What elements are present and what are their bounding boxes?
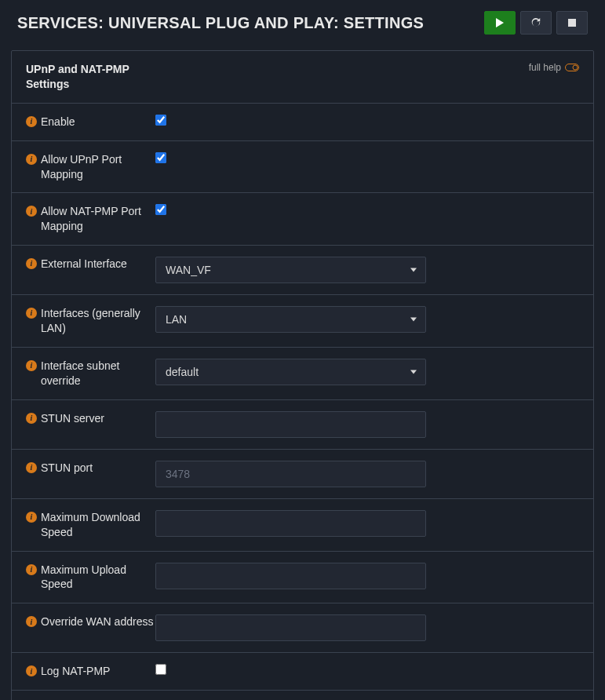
row-interfaces: iInterfaces (generally LAN) LAN — [12, 295, 593, 348]
svg-point-2 — [573, 65, 578, 70]
info-icon[interactable]: i — [26, 360, 37, 371]
max-download-input[interactable] — [155, 510, 426, 537]
label-subnet-override: Interface subnet override — [41, 359, 155, 388]
page-header: SERVICES: UNIVERSAL PLUG AND PLAY: SETTI… — [0, 0, 605, 46]
stop-service-button[interactable] — [556, 11, 588, 35]
override-wan-input[interactable] — [155, 614, 426, 641]
row-allow-natpmp: iAllow NAT-PMP Port Mapping — [12, 193, 593, 246]
row-stun-server: iSTUN server — [12, 400, 593, 450]
info-icon[interactable]: i — [26, 116, 37, 127]
max-upload-input[interactable] — [155, 563, 426, 589]
stop-icon — [568, 19, 576, 27]
info-icon[interactable]: i — [26, 564, 37, 575]
label-stun-server: STUN server — [41, 411, 104, 426]
row-stun-port: iSTUN port — [12, 450, 593, 499]
info-icon[interactable]: i — [26, 462, 37, 473]
info-icon[interactable]: i — [26, 206, 37, 217]
label-override-wan: Override WAN address — [41, 614, 153, 629]
play-icon — [495, 17, 505, 28]
svg-rect-0 — [568, 19, 576, 27]
page-title: SERVICES: UNIVERSAL PLUG AND PLAY: SETTI… — [17, 14, 424, 32]
info-icon[interactable]: i — [26, 154, 37, 165]
full-help-label: full help — [529, 62, 561, 73]
label-allow-upnp: Allow UPnP Port Mapping — [41, 152, 155, 182]
label-allow-natpmp: Allow NAT-PMP Port Mapping — [41, 204, 155, 234]
info-icon[interactable]: i — [26, 512, 37, 523]
row-subnet-override: iInterface subnet override default — [12, 348, 593, 400]
info-icon[interactable]: i — [26, 308, 37, 319]
info-icon[interactable]: i — [26, 413, 37, 424]
label-stun-port: STUN port — [41, 461, 93, 476]
row-enable: iEnable — [12, 104, 593, 141]
settings-panel: UPnP and NAT-PMP Settings full help iEna… — [11, 50, 594, 700]
row-override-wan: iOverride WAN address — [12, 603, 593, 653]
stun-port-input[interactable] — [155, 461, 426, 487]
row-max-download: iMaximum Download Speed — [12, 499, 593, 552]
external-interface-select[interactable]: WAN_VF — [155, 257, 426, 283]
full-help-toggle[interactable]: full help — [529, 62, 579, 73]
enable-checkbox[interactable] — [155, 115, 166, 126]
row-use-system-time: iUse system time — [12, 691, 593, 700]
info-icon[interactable]: i — [26, 665, 37, 676]
restart-service-button[interactable] — [520, 11, 552, 35]
panel-title: UPnP and NAT-PMP Settings — [26, 62, 151, 92]
stun-server-input[interactable] — [155, 411, 426, 438]
allow-natpmp-checkbox[interactable] — [155, 204, 166, 215]
row-allow-upnp: iAllow UPnP Port Mapping — [12, 141, 593, 194]
start-service-button[interactable] — [484, 11, 516, 35]
allow-upnp-checkbox[interactable] — [155, 152, 166, 163]
header-actions — [484, 11, 588, 35]
row-max-upload: iMaximum Upload Speed — [12, 552, 593, 604]
row-log-natpmp: iLog NAT-PMP — [12, 653, 593, 691]
row-external-interface: iExternal Interface WAN_VF — [12, 246, 593, 295]
panel-header: UPnP and NAT-PMP Settings full help — [12, 51, 593, 104]
toggle-icon — [565, 64, 579, 71]
svg-rect-1 — [566, 64, 579, 71]
log-natpmp-checkbox[interactable] — [155, 664, 166, 675]
label-enable: Enable — [41, 115, 75, 129]
info-icon[interactable]: i — [26, 258, 37, 269]
label-external-interface: External Interface — [41, 257, 127, 272]
restart-icon — [530, 17, 541, 28]
subnet-override-select[interactable]: default — [155, 359, 426, 385]
label-interfaces: Interfaces (generally LAN) — [41, 306, 155, 336]
label-max-upload: Maximum Upload Speed — [41, 563, 155, 592]
info-icon[interactable]: i — [26, 616, 37, 627]
label-log-natpmp: Log NAT-PMP — [41, 664, 110, 679]
interfaces-select[interactable]: LAN — [155, 306, 426, 333]
label-max-download: Maximum Download Speed — [41, 510, 155, 540]
